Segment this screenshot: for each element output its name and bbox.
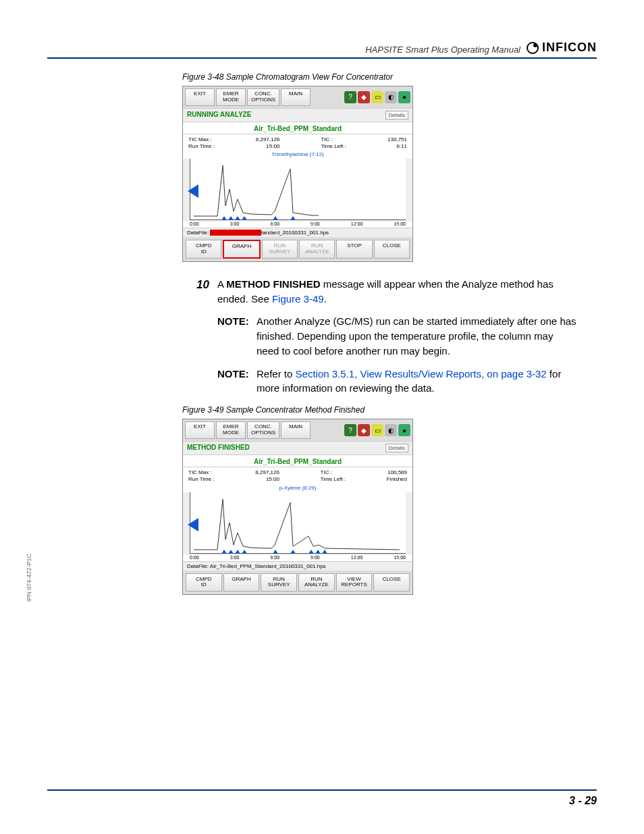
svg-point-1 [533, 43, 537, 47]
peak-label: p-Xylene (8:29) [183, 484, 412, 492]
tic-max-value: 8,297,126 [256, 136, 280, 143]
cmpd-id-button[interactable]: CMPD ID [186, 240, 221, 259]
note-body: Refer to Section 3.5.1, View Results/Vie… [257, 367, 576, 396]
figure-49-screenshot: EXIT EMER MODE CONC. OPTIONS MAIN ? ◆ ▭ … [182, 419, 413, 595]
step-number: 10 [182, 277, 217, 307]
x-tick: 15:00 [394, 555, 406, 560]
run-time-label: Run Time : [188, 476, 215, 482]
status-text: RUNNING ANALYZE [187, 111, 251, 120]
battery-icon[interactable]: ▭ [371, 91, 383, 103]
run-info: TIC Max : Run Time : 8,297,126 15:00 TIC… [183, 134, 412, 151]
globe-icon[interactable]: ◐ [385, 424, 397, 436]
status-text: METHOD FINISHED [187, 444, 250, 452]
run-info: TIC Max : Run Time : 8,297,126 15:00 TIC… [183, 467, 412, 484]
main-button[interactable]: MAIN [281, 88, 311, 106]
manual-title: HAPSITE Smart Plus Operating Manual [47, 45, 526, 55]
x-tick: 3:00 [230, 221, 240, 226]
exit-button[interactable]: EXIT [185, 88, 215, 106]
datafile-row: DataFile: Air_Tri-Bed_PPM_Standard_20100… [183, 561, 412, 571]
exit-button[interactable]: EXIT [185, 421, 215, 439]
details-button[interactable]: Details [385, 111, 408, 120]
datafile-highlight: Air_Tri-Bed_PPM_S [210, 230, 261, 236]
status-dot-icon[interactable]: ● [398, 91, 410, 103]
info-icon[interactable]: ◆ [358, 91, 370, 103]
x-tick: 0:00 [190, 221, 199, 226]
chromatogram-chart[interactable] [190, 159, 406, 220]
note-label: NOTE: [217, 314, 257, 358]
time-left-value: 6:11 [387, 143, 407, 150]
help-icon[interactable]: ? [344, 424, 356, 436]
figure-48-caption: Figure 3-48 Sample Chromatogram View For… [182, 72, 597, 82]
main-button[interactable]: MAIN [281, 421, 311, 439]
tic-max-label: TIC Max : [188, 136, 212, 142]
x-axis: 0:00 3:00 6:00 9:00 12:00 15:00 [183, 221, 412, 228]
run-analyze-button[interactable]: RUN ANALYZE [298, 573, 335, 592]
run-time-value: 15:00 [255, 476, 279, 483]
status-bar: RUNNING ANALYZE Details [183, 108, 412, 122]
conc-options-button[interactable]: CONC. OPTIONS [247, 88, 279, 106]
x-tick: 3:00 [230, 555, 240, 560]
run-time-label: Run Time : [188, 143, 215, 149]
tic-value: 130,751 [387, 136, 407, 143]
status-bar: METHOD FINISHED Details [183, 441, 412, 455]
inficon-icon [526, 41, 539, 55]
tic-value: 100,589 [387, 469, 407, 476]
battery-icon[interactable]: ▭ [371, 424, 383, 436]
note-1: NOTE: Another Analyze (GC/MS) run can be… [217, 314, 576, 358]
x-tick: 15:00 [394, 221, 406, 226]
x-tick: 9:00 [311, 555, 320, 560]
stop-button[interactable]: STOP [336, 240, 372, 259]
sample-name: Air_Tri-Bed_PPM_Standard [183, 122, 412, 134]
run-time-value: 15:00 [256, 143, 280, 150]
time-left-label: Time Left : [321, 143, 346, 149]
tic-max-value: 8,297,126 [255, 469, 279, 476]
footer-buttons: CMPD ID GRAPH RUN SURVEY RUN ANALYZE VIE… [183, 571, 412, 595]
time-left-label: Time Left : [321, 476, 346, 482]
globe-icon[interactable]: ◐ [385, 91, 397, 103]
doc-id: IPN 074-472-P1C [26, 554, 32, 602]
note-label: NOTE: [217, 367, 257, 396]
step-10: 10 A METHOD FINISHED message will appear… [182, 277, 576, 307]
step-body: A METHOD FINISHED message will appear wh… [217, 277, 576, 307]
x-tick: 6:00 [270, 221, 279, 226]
section-link[interactable]: Section 3.5.1, View Results/View Reports… [296, 368, 547, 380]
tic-label: TIC : [321, 136, 332, 142]
run-survey-button: RUN SURVEY [262, 240, 298, 259]
peak-label: Trimethylamine (7:12) [183, 150, 412, 159]
datafile-row: DataFile: Air_Tri-Bed_PPM_Standard_20100… [183, 228, 412, 237]
page-header: HAPSITE Smart Plus Operating Manual INFI… [47, 41, 597, 59]
toolbar: EXIT EMER MODE CONC. OPTIONS MAIN ? ◆ ▭ … [183, 419, 412, 441]
datafile-label: DataFile: [187, 563, 209, 569]
page-number: 3 - 29 [569, 795, 597, 806]
time-left-value: Finished [387, 476, 407, 483]
chromatogram-chart[interactable] [190, 492, 406, 554]
footer-buttons: CMPD ID GRAPH RUN SURVEY RUN ANALYZE STO… [183, 237, 412, 261]
status-dot-icon[interactable]: ● [398, 424, 410, 436]
tic-max-label: TIC Max : [188, 469, 212, 475]
run-survey-button[interactable]: RUN SURVEY [261, 573, 297, 592]
brand-text: INFICON [542, 41, 597, 55]
emer-mode-button[interactable]: EMER MODE [216, 88, 246, 106]
details-button[interactable]: Details [385, 444, 408, 452]
x-tick: 0:00 [190, 555, 199, 560]
emer-mode-button[interactable]: EMER MODE [216, 421, 246, 439]
sample-name: Air_Tri-Bed_PPM_Standard [183, 455, 412, 467]
view-reports-button[interactable]: VIEW REPORTS [336, 573, 373, 592]
x-tick: 12:00 [351, 221, 363, 226]
page-footer: 3 - 29 [47, 789, 597, 807]
cmpd-id-button[interactable]: CMPD ID [186, 573, 222, 592]
datafile-label: DataFile: [187, 230, 209, 236]
run-analyze-button: RUN ANALYZE [299, 240, 335, 259]
close-button[interactable]: CLOSE [373, 573, 410, 592]
note-2: NOTE: Refer to Section 3.5.1, View Resul… [217, 367, 576, 396]
figure-link[interactable]: Figure 3-49 [272, 293, 324, 305]
figure-49-caption: Figure 3-49 Sample Concentrator Method F… [182, 405, 597, 415]
graph-button[interactable]: GRAPH [223, 573, 260, 592]
info-icon[interactable]: ◆ [358, 424, 370, 436]
note-body: Another Analyze (GC/MS) run can be start… [257, 314, 576, 358]
graph-button[interactable]: GRAPH [223, 240, 260, 259]
close-button[interactable]: CLOSE [374, 240, 410, 259]
conc-options-button[interactable]: CONC. OPTIONS [247, 421, 279, 439]
toolbar: EXIT EMER MODE CONC. OPTIONS MAIN ? ◆ ▭ … [183, 86, 412, 108]
help-icon[interactable]: ? [344, 91, 356, 103]
